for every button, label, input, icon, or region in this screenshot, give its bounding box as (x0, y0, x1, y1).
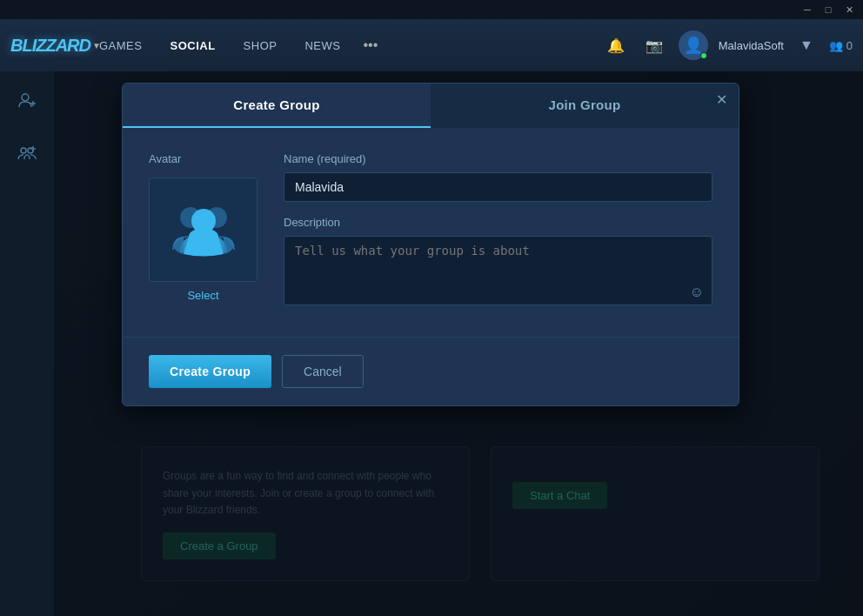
title-bar: ─ □ ✕ (0, 0, 863, 19)
online-status-dot (700, 52, 707, 59)
username-dropdown-icon[interactable]: ▼ (794, 34, 819, 57)
video-icon[interactable]: 📷 (640, 34, 668, 57)
nav-item-shop[interactable]: SHOP (231, 32, 290, 59)
notifications-icon[interactable]: 🔔 (602, 34, 630, 57)
minimize-button[interactable]: ─ (797, 1, 818, 18)
name-field-group: Name (required) (284, 152, 712, 202)
create-group-button[interactable]: Create Group (149, 355, 271, 388)
close-button[interactable]: ✕ (839, 1, 860, 18)
nav-item-news[interactable]: NEWS (292, 32, 352, 59)
navbar: BLIZZARD ▼ GAMES SOCIAL SHOP NEWS ••• 🔔 … (0, 19, 863, 71)
sidebar (0, 71, 54, 616)
name-input[interactable] (284, 172, 712, 202)
modal-wrapper: ✕ Create Group Join Group Avatar (122, 83, 739, 406)
tab-join-group[interactable]: Join Group (431, 84, 739, 128)
cancel-button[interactable]: Cancel (282, 355, 364, 388)
nav-more-button[interactable]: ••• (356, 30, 385, 60)
nav-item-games[interactable]: GAMES (87, 32, 154, 59)
avatar-box[interactable] (149, 177, 258, 282)
logo-text: BLIZZARD (10, 36, 90, 56)
description-textarea[interactable] (284, 236, 712, 305)
modal-divider (123, 337, 739, 338)
modal-close-button[interactable]: ✕ (712, 90, 731, 109)
avatar[interactable]: 👤 (679, 30, 708, 60)
avatar-section: Avatar (149, 152, 258, 302)
form-row: Avatar (149, 152, 712, 323)
form-fields: Name (required) Description ☺ (284, 152, 712, 323)
description-field-group: Description ☺ (284, 216, 712, 309)
name-label: Name (required) (284, 152, 712, 165)
tab-create-group[interactable]: Create Group (123, 84, 431, 128)
create-group-modal: ✕ Create Group Join Group Avatar (122, 83, 739, 406)
nav-item-social[interactable]: SOCIAL (157, 32, 227, 59)
modal-footer: Create Group Cancel (149, 352, 712, 388)
friends-count: 0 (846, 39, 853, 52)
friends-icon: 👥 (829, 39, 843, 52)
sidebar-add-friend-button[interactable] (8, 82, 46, 120)
nav-right: 🔔 📷 👤 MalavidaSoft ▼ 👥 0 (602, 30, 853, 60)
avatar-icon: 👤 (684, 36, 703, 55)
modal-tabs: Create Group Join Group (123, 84, 739, 128)
nav-username[interactable]: MalavidaSoft (719, 39, 784, 52)
avatar-select-link[interactable]: Select (187, 289, 218, 302)
emoji-button[interactable]: ☺ (690, 285, 704, 300)
svg-point-0 (22, 94, 29, 101)
description-label: Description (284, 216, 712, 229)
maximize-button[interactable]: □ (818, 1, 839, 18)
sidebar-add-group-button[interactable] (8, 134, 46, 172)
nav-items: GAMES SOCIAL SHOP NEWS ••• (87, 30, 602, 60)
friends-button[interactable]: 👥 0 (829, 39, 853, 52)
modal-body: Avatar (123, 128, 739, 405)
avatar-label: Avatar (149, 152, 181, 165)
nav-logo[interactable]: BLIZZARD ▼ (10, 36, 80, 56)
avatar-placeholder-icon (164, 193, 243, 267)
description-textarea-wrapper: ☺ (284, 236, 712, 309)
svg-point-3 (21, 148, 26, 153)
